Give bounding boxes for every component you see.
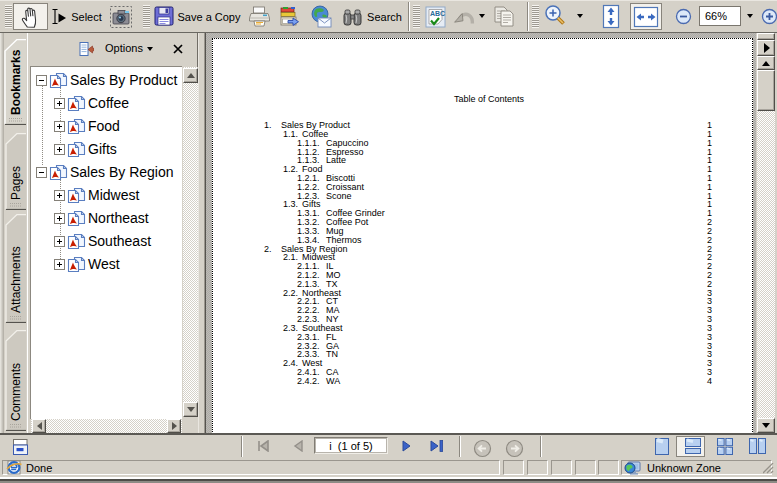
svg-text:Pages: Pages [9, 166, 23, 200]
svg-text:Bookmarks: Bookmarks [9, 49, 23, 115]
svg-text:Attachments: Attachments [9, 246, 23, 313]
svg-text:ABC: ABC [430, 10, 445, 17]
svg-text:Comments: Comments [9, 363, 23, 421]
